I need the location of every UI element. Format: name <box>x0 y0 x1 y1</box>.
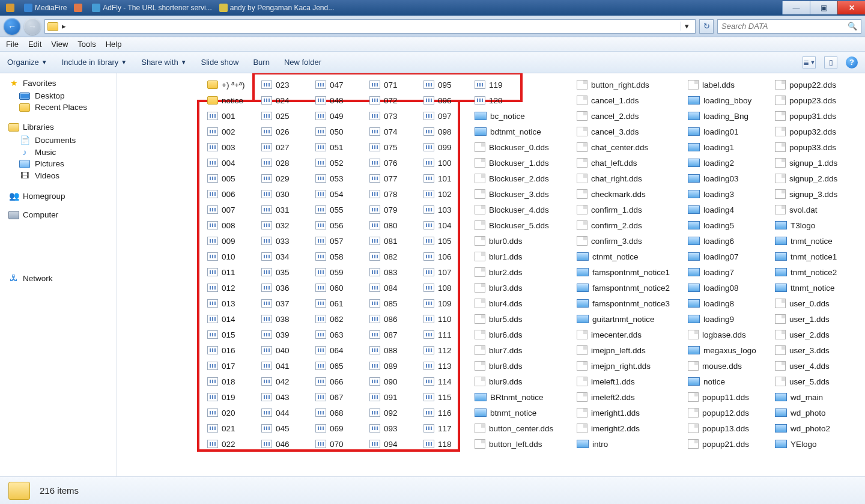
sidebar-homegroup[interactable]: 👥Homegroup <box>8 191 117 201</box>
file-item[interactable]: 104 <box>423 217 452 233</box>
file-item[interactable]: guitartnmt_notice <box>577 311 670 327</box>
maximize-button[interactable]: ▣ <box>810 1 837 14</box>
file-item[interactable]: 081 <box>369 233 398 249</box>
forward-button[interactable]: → <box>24 18 41 35</box>
file-item[interactable]: 017 <box>207 358 245 374</box>
minimize-button[interactable]: — <box>782 1 810 14</box>
sidebar-libraries[interactable]: Libraries <box>8 123 117 132</box>
file-item[interactable]: 068 <box>315 405 344 421</box>
file-item[interactable]: 069 <box>315 421 344 436</box>
file-item[interactable]: imeright2.dds <box>577 421 670 436</box>
file-item[interactable]: signup_3.dds <box>775 186 837 202</box>
file-item[interactable]: 021 <box>207 421 245 436</box>
file-item[interactable]: 057 <box>315 233 344 249</box>
file-item[interactable]: imecenter.dds <box>577 327 670 342</box>
sidebar-item-music[interactable]: ♪Music <box>8 146 117 158</box>
organize-button[interactable]: Organize▼ <box>7 58 47 67</box>
file-item[interactable]: loading9 <box>688 311 756 327</box>
file-item[interactable]: 052 <box>315 155 344 171</box>
file-item[interactable]: loading1 <box>688 139 756 155</box>
file-item[interactable]: imeleft1.dds <box>577 374 670 389</box>
file-item[interactable]: 087 <box>369 327 398 342</box>
file-item[interactable]: popup21.dds <box>688 436 756 452</box>
file-item[interactable]: chat_right.dds <box>577 171 670 186</box>
close-button[interactable]: ✕ <box>837 1 865 14</box>
file-item[interactable]: 097 <box>423 108 452 124</box>
file-item[interactable]: 078 <box>369 186 398 202</box>
file-item[interactable]: 010 <box>207 249 245 264</box>
file-item[interactable]: 115 <box>423 389 452 405</box>
file-item[interactable]: popup32.dds <box>775 124 837 139</box>
file-item[interactable]: 008 <box>207 217 245 233</box>
file-item[interactable]: popup33.dds <box>775 139 837 155</box>
file-item[interactable]: popup22.dds <box>775 77 837 93</box>
file-item[interactable]: 108 <box>423 280 452 296</box>
file-item[interactable]: 032 <box>261 217 290 233</box>
file-item[interactable]: loading2 <box>688 155 756 171</box>
search-input[interactable] <box>721 22 844 31</box>
include-in-library-button[interactable]: Include in library▼ <box>62 58 127 67</box>
file-item[interactable]: blur1.dds <box>475 249 553 264</box>
file-item[interactable]: 093 <box>369 421 398 436</box>
file-item[interactable]: famspontnmt_notice1 <box>577 264 670 280</box>
file-list[interactable]: +) ª+ª)notice001002003004005006007008009… <box>117 73 865 476</box>
sidebar-item-desktop[interactable]: Desktop <box>8 90 117 102</box>
file-item[interactable]: 014 <box>207 311 245 327</box>
file-item[interactable]: svol.dat <box>775 202 837 217</box>
file-item[interactable]: 022 <box>207 436 245 452</box>
file-item[interactable]: Blockuser_4.dds <box>475 202 553 217</box>
file-item[interactable]: 013 <box>207 296 245 311</box>
file-item[interactable]: loading_bboy <box>688 93 756 108</box>
file-item[interactable]: button_center.dds <box>475 421 553 436</box>
file-item[interactable]: 116 <box>423 405 452 421</box>
file-item[interactable]: 041 <box>261 358 290 374</box>
file-item[interactable]: 056 <box>315 217 344 233</box>
file-item[interactable]: cancel_3.dds <box>577 124 670 139</box>
sidebar-favorites[interactable]: ★ Favorites <box>8 78 117 88</box>
file-item[interactable]: checkmark.dds <box>577 186 670 202</box>
file-item[interactable]: 043 <box>261 389 290 405</box>
file-item[interactable]: Blockuser_0.dds <box>475 139 553 155</box>
file-item[interactable]: 114 <box>423 374 452 389</box>
file-item[interactable]: 076 <box>369 155 398 171</box>
file-item[interactable]: signup_2.dds <box>775 171 837 186</box>
file-item[interactable]: Blockuser_3.dds <box>475 186 553 202</box>
file-item[interactable]: wd_main <box>775 389 837 405</box>
file-item[interactable]: 072 <box>369 93 398 108</box>
file-item[interactable]: 025 <box>261 108 290 124</box>
file-item[interactable]: famspontnmt_notice2 <box>577 280 670 296</box>
file-item[interactable]: 046 <box>261 436 290 452</box>
file-item[interactable]: 042 <box>261 374 290 389</box>
address-bar[interactable]: ▸ ▾ <box>44 19 696 34</box>
file-item[interactable]: 011 <box>207 264 245 280</box>
file-item[interactable]: blur4.dds <box>475 296 553 311</box>
file-item[interactable]: signup_1.dds <box>775 155 837 171</box>
file-item[interactable]: 110 <box>423 311 452 327</box>
menu-file[interactable]: File <box>6 40 19 49</box>
browser-tab[interactable]: andy by Pengaman Kaca Jend... <box>219 4 334 12</box>
file-item[interactable]: 015 <box>207 327 245 342</box>
file-item[interactable]: 105 <box>423 233 452 249</box>
file-item[interactable]: 061 <box>315 296 344 311</box>
file-item[interactable]: 089 <box>369 358 398 374</box>
file-item[interactable]: 083 <box>369 264 398 280</box>
file-item[interactable]: 003 <box>207 139 245 155</box>
file-item[interactable]: BRtnmt_notice <box>475 389 553 405</box>
file-item[interactable]: imejpn_right.dds <box>577 358 670 374</box>
file-item[interactable]: user_0.dds <box>775 296 837 311</box>
file-item[interactable]: 102 <box>423 186 452 202</box>
file-item[interactable]: 026 <box>261 124 290 139</box>
menu-view[interactable]: View <box>51 40 68 49</box>
file-item[interactable]: button_right.dds <box>577 77 670 93</box>
file-item[interactable]: 065 <box>315 358 344 374</box>
browser-tab[interactable] <box>74 4 85 12</box>
file-item[interactable]: 086 <box>369 311 398 327</box>
file-item[interactable]: loading07 <box>688 249 756 264</box>
file-item[interactable]: loading01 <box>688 124 756 139</box>
sidebar-computer[interactable]: Computer <box>8 210 117 219</box>
file-item[interactable]: 048 <box>315 93 344 108</box>
burn-button[interactable]: Burn <box>253 58 269 67</box>
file-item[interactable]: 100 <box>423 155 452 171</box>
file-item[interactable]: 119 <box>475 77 553 93</box>
menu-edit[interactable]: Edit <box>28 40 41 49</box>
